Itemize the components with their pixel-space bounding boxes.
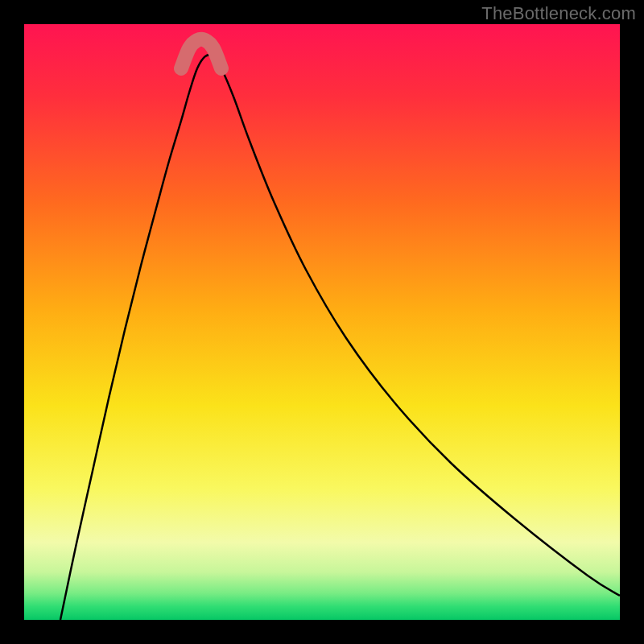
- watermark-text: TheBottleneck.com: [481, 3, 636, 24]
- chart-svg: [24, 24, 620, 620]
- chart-frame: [24, 24, 620, 620]
